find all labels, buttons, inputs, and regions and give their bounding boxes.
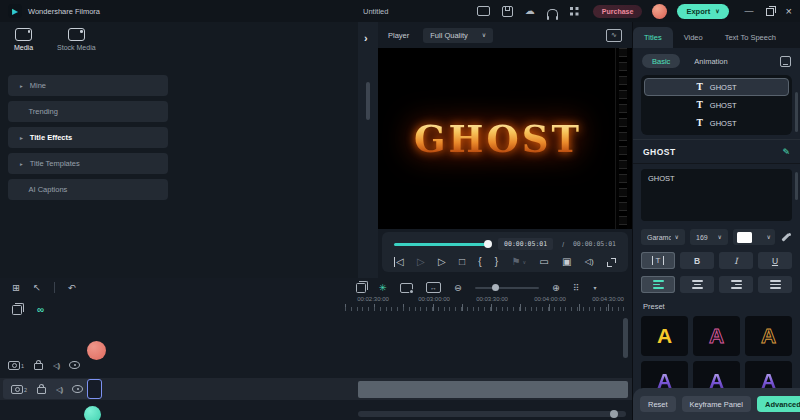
zoom-out-icon[interactable]: ⊖ (454, 282, 462, 293)
previous-frame-icon[interactable]: ◁ (394, 257, 404, 267)
sidebar-item-title-templates[interactable]: ▸Title Templates (8, 153, 168, 174)
stop-icon[interactable]: □ (459, 257, 465, 267)
advanced-button[interactable]: Advanced (757, 396, 800, 412)
quality-dropdown[interactable]: Full Quality ∨ (423, 28, 493, 43)
media-tab-label: Media (14, 44, 33, 51)
keyframe-panel-button[interactable]: Keyframe Panel (682, 396, 751, 412)
underline-button[interactable]: U (758, 252, 792, 269)
playback-progress-row: 00:00:05:01 / 00:00:05:01 (394, 238, 616, 250)
media-tab-stock-media[interactable]: Stock Media (57, 28, 96, 51)
copy-clip-icon[interactable] (12, 305, 22, 315)
video-track-icon[interactable]: 1 (8, 361, 24, 370)
tab-animation[interactable]: Animation (694, 57, 727, 66)
seek-handle[interactable] (484, 240, 492, 248)
fit-timeline-icon[interactable]: ↔ (426, 282, 441, 293)
multi-select-icon[interactable]: ⊞ (12, 282, 20, 293)
video-track-icon[interactable]: 2 (11, 385, 27, 394)
title-text-input[interactable]: GHOST (641, 169, 792, 221)
align-justify-button[interactable] (758, 276, 792, 293)
timeline-zoom-slider[interactable] (475, 287, 539, 289)
tab-text-to-speech[interactable]: Text To Speech (714, 27, 787, 48)
marker-icon[interactable]: ⚑∨ (511, 257, 526, 267)
media-tab-media[interactable]: Media (14, 28, 33, 51)
font-size-dropdown[interactable]: 169 ∨ (690, 229, 728, 245)
mark-out-icon[interactable]: } (495, 257, 498, 267)
panel-scrollbar[interactable] (366, 82, 370, 120)
font-family-dropdown[interactable]: Garamond ∨ (641, 229, 685, 245)
scrollbar-handle[interactable] (610, 410, 618, 418)
timeline-vertical-scrollbar[interactable] (623, 318, 628, 358)
preset-tile-outline-orange[interactable]: A (745, 316, 792, 356)
sidebar-item-mine[interactable]: ▸Mine (8, 75, 168, 96)
timeline-horizontal-scrollbar[interactable] (358, 411, 626, 417)
reset-button[interactable]: Reset (640, 396, 676, 412)
tab-titles[interactable]: Titles (633, 27, 673, 48)
purchase-button[interactable]: Purchase (593, 5, 643, 18)
minimize-icon[interactable]: — (745, 6, 754, 16)
eyedropper-icon[interactable] (780, 231, 792, 243)
ai-edit-pen-icon[interactable]: ✎ (782, 147, 790, 157)
title-style-item[interactable]: TGHOST (644, 78, 789, 96)
cursor-tool-icon[interactable]: ↖ (33, 282, 41, 293)
avatar[interactable] (652, 4, 667, 19)
preset-tile-solid-yellow[interactable]: A (641, 316, 688, 356)
tab-video[interactable]: Video (673, 27, 714, 48)
sidebar-item-ai-captions[interactable]: AI Captions (8, 179, 168, 200)
title-style-item[interactable]: TGHOST (644, 96, 789, 114)
assistant-button-partial[interactable] (84, 406, 101, 420)
panel-scrollbar[interactable] (795, 172, 798, 200)
selected-clip-partial[interactable] (87, 379, 102, 399)
lock-icon[interactable] (34, 363, 43, 370)
preset-tile-outline-magenta[interactable]: A (693, 316, 740, 356)
eye-icon[interactable] (69, 361, 80, 369)
restore-icon[interactable] (766, 6, 774, 16)
panel-scrollbar[interactable] (795, 92, 798, 132)
eye-icon[interactable] (72, 385, 83, 393)
clip-thumbnail-partial[interactable] (87, 341, 106, 360)
seek-bar[interactable] (394, 243, 489, 246)
align-center-button[interactable] (680, 276, 714, 293)
video-clip-bar[interactable] (358, 381, 628, 398)
display-icon[interactable] (477, 6, 490, 17)
snapshot-icon[interactable]: ▣ (562, 257, 571, 267)
speaker-icon[interactable]: ◁) (53, 361, 59, 370)
cloud-icon[interactable]: ☁ (525, 6, 535, 17)
save-preset-icon[interactable] (780, 56, 791, 67)
sidebar-item-trending[interactable]: Trending (8, 101, 168, 122)
align-left-button[interactable] (641, 276, 675, 293)
undo-icon[interactable]: ↶ (68, 282, 76, 293)
bold-button[interactable]: B (680, 252, 714, 269)
screen-record-icon[interactable] (400, 283, 413, 293)
headset-icon[interactable] (547, 6, 558, 17)
speaker-icon[interactable]: ◁) (56, 385, 62, 394)
grid-icon[interactable] (570, 6, 579, 17)
close-icon[interactable]: × (786, 6, 792, 17)
volume-icon[interactable]: ◁) (585, 258, 594, 266)
text-orientation-button[interactable]: T (641, 252, 675, 269)
video-preview[interactable]: GHOST (378, 48, 632, 229)
track-height-icon[interactable]: ⠿ (573, 283, 581, 293)
mirror-icon[interactable]: ▭ (539, 257, 548, 267)
italic-button[interactable]: I (719, 252, 753, 269)
zoom-in-icon[interactable]: ⊕ (552, 282, 560, 293)
export-button[interactable]: Export ∨ (677, 4, 728, 19)
fullscreen-icon[interactable] (607, 258, 616, 267)
preset-letter: A (709, 324, 724, 348)
next-frame-icon[interactable]: ▷ (417, 257, 425, 267)
scopes-icon[interactable]: ∿ (606, 29, 622, 42)
track-number: 1 (21, 364, 24, 370)
collapse-chevron-icon[interactable]: › (364, 32, 368, 44)
more-options-icon[interactable]: ▾ (594, 284, 597, 291)
save-icon[interactable] (502, 6, 513, 17)
mark-in-icon[interactable]: { (478, 257, 481, 267)
sidebar-item-title-effects[interactable]: ▸Title Effects (8, 127, 168, 148)
play-icon[interactable]: ▷ (438, 257, 446, 267)
tab-basic[interactable]: Basic (642, 54, 680, 68)
motion-track-icon[interactable]: ✳ (379, 282, 387, 293)
layers-icon[interactable] (356, 283, 366, 293)
align-right-button[interactable] (719, 276, 753, 293)
lock-icon[interactable] (37, 387, 46, 394)
title-style-item[interactable]: TGHOST (644, 114, 789, 132)
font-color-dropdown[interactable]: ∨ (733, 229, 775, 245)
zoom-slider-handle[interactable] (492, 284, 499, 291)
